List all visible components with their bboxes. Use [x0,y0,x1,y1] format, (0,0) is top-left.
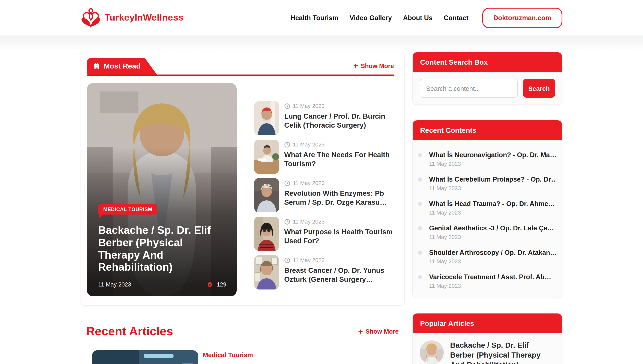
brand-logo[interactable]: TurkeyInWellness [81,7,183,29]
featured-article-date: 11 May 2023 [98,281,131,288]
content-search-header: Content Search Box [413,52,562,72]
views-counter: 129 [207,281,226,288]
featured-article-card[interactable]: MEDICAL TOURISM Backache / Sp. Dr. Elif … [87,83,237,296]
clock-icon [284,257,290,263]
recent-contents-box: Recent Contents What İs Neuronavigation?… [412,120,562,298]
article-list-item[interactable]: 11 May 2023 What Purpose Is Health Touri… [254,217,394,251]
article-date: 11 May 2023 [284,103,394,109]
recent-content-date: 11 May 2023 [429,258,556,265]
recent-content-item[interactable]: Genital Aesthetics -3 / Op. Dr. Lale Çe…… [418,224,556,240]
recent-content-item[interactable]: What İs Cerebellum Prolapse? - Op. Dr… 1… [418,176,556,192]
nav-about-us[interactable]: About Us [403,14,433,22]
recent-content-title[interactable]: What İs Cerebellum Prolapse? - Op. Dr… [429,176,556,183]
doktoruzman-button[interactable]: Doktoruzman.com [482,8,562,28]
article-date: 11 May 2023 [284,141,394,148]
recent-contents-header: Recent Contents [413,120,562,140]
most-read-title: Most Read [104,62,141,71]
recent-content-title[interactable]: Genital Aesthetics -3 / Op. Dr. Lale Çe… [429,224,554,232]
article-thumbnail [254,140,279,174]
recent-content-item[interactable]: Varicocele Treatment / Asst. Prof. Ab… 1… [418,273,556,289]
recent-content-title[interactable]: What İs Head Trauma? - Op. Dr. Ahme… [429,200,555,208]
recent-articles-show-more[interactable]: + Show More [358,328,399,336]
nav-contact[interactable]: Contact [444,14,468,22]
bullet-icon [418,202,422,206]
bullet-icon [418,153,422,157]
recent-article-card[interactable]: Medical Tourism What İs Neuronavigation?… [92,350,405,364]
bullet-icon [418,226,422,230]
flame-icon [207,281,213,288]
plus-icon: + [358,328,363,336]
main-column: Most Read + Show More [81,52,405,364]
search-input[interactable] [420,79,518,98]
plus-icon: + [354,62,358,70]
most-read-header: Most Read + Show More [87,58,394,74]
content-search-box: Content Search Box Search [412,52,562,105]
most-read-list: 11 May 2023 Lung Cancer / Prof. Dr. Burc… [254,83,394,296]
clock-icon [284,142,290,148]
page: TurkeyInWellness Health Tourism Video Ga… [0,0,643,364]
article-list-item[interactable]: 11 May 2023 What Are The Needs For Healt… [254,140,394,174]
sidebar: Content Search Box Search Recent Content… [412,52,562,364]
search-button[interactable]: Search [523,79,555,98]
article-title[interactable]: Revolution With Enzymes: Pb Serum / Sp. … [284,189,394,206]
heart-hands-logo-icon [81,7,101,29]
popular-articles-box: Popular Articles Ba [412,313,562,364]
main-nav: Health Tourism Video Gallery About Us Co… [290,8,562,28]
recent-content-date: 11 May 2023 [429,160,556,167]
nav-video-gallery[interactable]: Video Gallery [350,14,392,22]
article-thumbnail [254,255,279,290]
article-date: 11 May 2023 [284,180,394,186]
recent-content-date: 11 May 2023 [429,234,556,240]
recent-content-date: 11 May 2023 [429,283,556,289]
article-title[interactable]: Breast Cancer / Op. Dr. Yunus Ozturk (Ge… [284,266,394,284]
category-badge[interactable]: MEDICAL TOURISM [98,204,157,214]
article-list-item[interactable]: 11 May 2023 Lung Cancer / Prof. Dr. Burc… [254,101,394,135]
header-fade-band [0,36,643,51]
article-date: 11 May 2023 [284,257,394,263]
article-title[interactable]: What Purpose Is Health Tourism Used For? [284,228,394,245]
featured-article-title[interactable]: Backache / Sp. Dr. Elif Berber (Physical… [98,224,226,273]
recent-articles-title: Recent Articles [86,324,173,338]
recent-content-item[interactable]: What İs Head Trauma? - Op. Dr. Ahme… 11 … [418,200,556,216]
article-category[interactable]: Medical Tourism [203,351,405,358]
clock-icon [284,103,290,109]
recent-content-title[interactable]: What İs Neuronavigation? - Op. Dr. Ma… [429,151,556,159]
recent-content-date: 11 May 2023 [429,210,556,216]
article-thumbnail [254,217,279,251]
popular-articles-header: Popular Articles [413,314,562,333]
recent-articles-header: Recent Articles + Show More [81,324,405,338]
recent-content-title[interactable]: Shoulder Arthroscopy / Op. Dr. Atakan… [429,249,556,256]
popular-article-title[interactable]: Backache / Sp. Dr. Elif Berber (Physical… [450,340,555,364]
brand-name: TurkeyInWellness [105,12,183,23]
article-title[interactable]: What Are The Needs For Health Tourism? [284,150,394,168]
clock-icon [284,218,290,224]
content-search-title: Content Search Box [420,58,488,66]
article-list-item[interactable]: 11 May 2023 Breast Cancer / Op. Dr. Yunu… [254,255,394,290]
article-title[interactable]: Lung Cancer / Prof. Dr. Burcin Celik (Th… [284,112,394,130]
popular-article-avatar[interactable] [420,340,444,364]
recent-content-item[interactable]: What İs Neuronavigation? - Op. Dr. Ma… 1… [418,151,556,167]
recent-content-date: 11 May 2023 [429,185,556,192]
bullet-icon [418,250,422,255]
most-read-ribbon: Most Read [87,58,145,74]
article-thumbnail[interactable] [92,350,198,364]
views-count: 129 [217,281,226,288]
recent-content-title[interactable]: Varicocele Treatment / Asst. Prof. Ab… [429,273,551,281]
most-read-section: Most Read + Show More [81,52,405,306]
header: TurkeyInWellness Health Tourism Video Ga… [0,0,643,36]
recent-contents-title: Recent Contents [420,126,476,134]
recent-content-item[interactable]: Shoulder Arthroscopy / Op. Dr. Atakan… 1… [418,249,556,265]
article-thumbnail [254,101,279,135]
clock-icon [284,180,290,186]
most-read-show-more[interactable]: + Show More [354,62,394,70]
popular-articles-title: Popular Articles [420,319,474,328]
nav-health-tourism[interactable]: Health Tourism [290,14,338,22]
article-thumbnail [254,178,279,212]
article-date: 11 May 2023 [284,218,394,225]
article-list-item[interactable]: 11 May 2023 Revolution With Enzymes: Pb … [254,178,394,212]
calendar-icon [93,63,100,70]
bullet-icon [418,177,422,182]
bullet-icon [418,275,422,279]
